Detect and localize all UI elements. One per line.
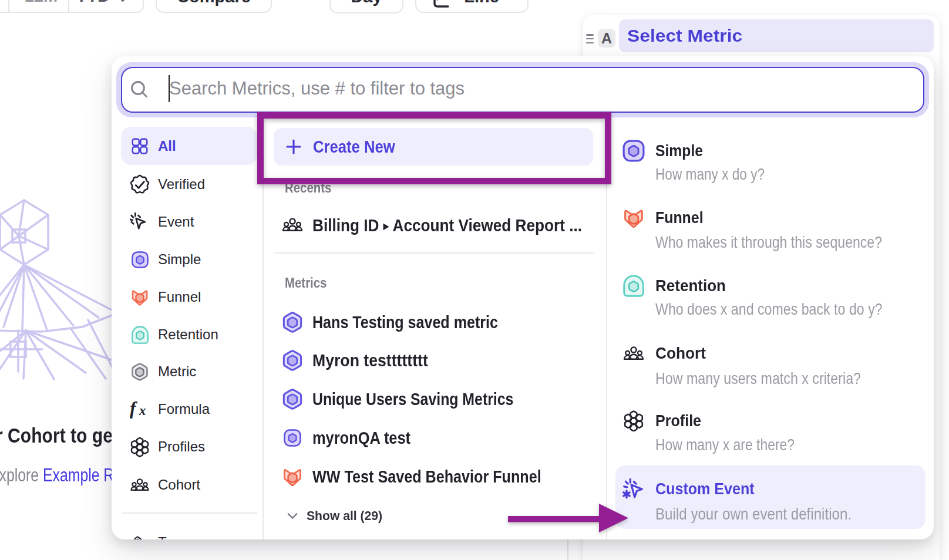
svg-text:f: f [130,399,137,419]
svg-text:x: x [139,403,146,418]
